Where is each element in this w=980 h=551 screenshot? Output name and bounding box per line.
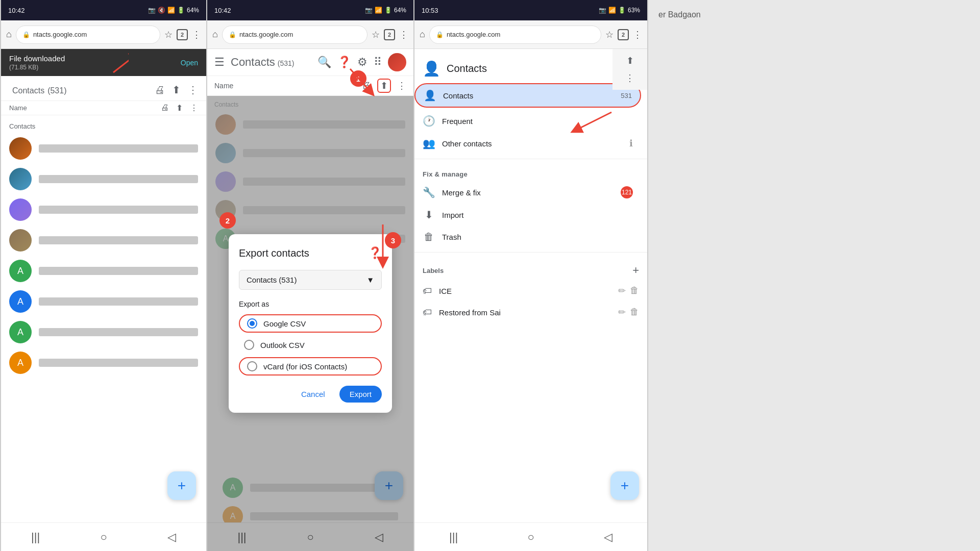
contact-name-6	[39, 297, 198, 306]
header-actions-1: 🖨 ⬆ ⋮	[155, 84, 198, 96]
home-nav-3[interactable]: ○	[527, 531, 534, 544]
col-export-icon[interactable]: ⬆	[176, 103, 183, 113]
home-icon-1[interactable]: ⌂	[6, 29, 12, 40]
recent-nav-3[interactable]: ◁	[604, 531, 612, 544]
url-box-1[interactable]: 🔒 ntacts.google.com	[16, 26, 160, 44]
right-more-icon[interactable]: ⋮	[625, 72, 634, 84]
sub-more-icon[interactable]: ⋮	[397, 80, 406, 91]
option-google-csv[interactable]: Google CSV	[239, 314, 382, 333]
right-toolbar: ⬆ ⋮	[612, 49, 647, 90]
tab-badge-3[interactable]: 2	[618, 29, 629, 40]
sidebar-item-frequent[interactable]: 🕐 Frequent	[414, 110, 641, 132]
home-icon-3[interactable]: ⌂	[420, 29, 425, 40]
option-outlook-csv[interactable]: Outlook CSV	[239, 336, 382, 354]
contact-name-3	[39, 206, 198, 214]
add-label-icon[interactable]: +	[632, 264, 639, 277]
download-banner: File downloaded (71.85 KB) Open	[1, 49, 206, 76]
label-ice[interactable]: 🏷 ICE ✏ 🗑	[414, 280, 647, 302]
contact-row-8[interactable]: A	[1, 347, 206, 378]
contact-row-1[interactable]	[1, 133, 206, 164]
sidebar-item-other-contacts[interactable]: 👥 Other contacts ℹ	[414, 132, 641, 155]
menu-icon-2[interactable]: ⋮	[399, 29, 408, 40]
sub-export-icon[interactable]: ⬆	[377, 79, 391, 93]
upload-icon-1[interactable]: ⬆	[172, 84, 181, 96]
contact-name-5	[39, 267, 198, 275]
col-more-icon[interactable]: ⋮	[190, 103, 198, 113]
tab-badge-1[interactable]: 2	[177, 29, 188, 40]
sub-header-2: Name 🖨 ⬆ ⋮	[207, 76, 413, 96]
tab-badge-2[interactable]: 2	[384, 29, 395, 40]
dialog-actions: Cancel Export	[239, 386, 382, 403]
star-icon-3[interactable]: ☆	[605, 29, 614, 40]
sub-print-icon[interactable]: 🖨	[362, 80, 371, 91]
sidebar-other-label: Other contacts	[442, 139, 622, 148]
contact-row-7[interactable]: A	[1, 317, 206, 347]
hamburger-icon[interactable]: ☰	[214, 56, 225, 69]
settings-icon[interactable]: ⚙	[357, 56, 368, 69]
export-button[interactable]: Export	[339, 386, 382, 403]
back-nav-1[interactable]: |||	[31, 531, 40, 544]
recent-nav-1[interactable]: ◁	[167, 531, 176, 544]
home-icon-2[interactable]: ⌂	[212, 29, 218, 40]
contact-row-3[interactable]	[1, 194, 206, 225]
apps-icon[interactable]: ⠿	[374, 56, 382, 69]
url-text-2: ntacts.google.com	[239, 31, 293, 38]
url-box-2[interactable]: 🔒 ntacts.google.com	[222, 26, 368, 44]
contact-name-8	[39, 359, 198, 367]
cancel-button[interactable]: Cancel	[293, 386, 333, 403]
fab-1[interactable]: +	[167, 471, 196, 500]
status-bar-1: 10:42 📷🔇📶🔋 📷 🔇 📶 📶 🔋 64% 64%	[1, 0, 206, 20]
sidebar-item-import[interactable]: ⬇ Import	[414, 204, 641, 226]
dialog-help-icon[interactable]: ❓	[368, 246, 382, 260]
dialog-select[interactable]: Contacts (531) ▼	[239, 270, 382, 290]
export-dialog: Export contacts ❓ Contacts (531) ▼ Expor…	[229, 234, 392, 413]
label-icon-ice: 🏷	[423, 286, 432, 296]
edit-label-ice[interactable]: ✏	[618, 285, 626, 296]
more-icon-1[interactable]: ⋮	[188, 84, 198, 96]
labels-title: Labels	[423, 267, 444, 274]
print-icon-1[interactable]: 🖨	[155, 84, 165, 96]
delete-label-ice[interactable]: 🗑	[630, 285, 639, 296]
partial-view: er Badgaon	[648, 0, 980, 34]
help-icon[interactable]: ❓	[337, 56, 351, 69]
back-nav-3[interactable]: |||	[449, 531, 458, 544]
contacts-brand-icon: 👤	[423, 60, 440, 77]
user-avatar-2[interactable]	[388, 53, 406, 71]
edit-label-restored[interactable]: ✏	[618, 307, 626, 318]
label-actions-ice: ✏ 🗑	[618, 285, 639, 296]
info-icon[interactable]: ℹ	[629, 138, 633, 149]
star-icon-2[interactable]: ☆	[372, 29, 380, 40]
dialog-title: Export contacts	[239, 247, 309, 259]
phone-2: 10:42 📷📶🔋 64% ⌂ 🔒 ntacts.google.com ☆ 2 …	[207, 0, 414, 551]
option-vcard[interactable]: vCard (for iOS Contacts)	[239, 357, 382, 375]
contact-row-2[interactable]	[1, 164, 206, 194]
label-restored[interactable]: 🏷 Restored from Sai ✏ 🗑	[414, 302, 647, 323]
contact-name-7	[39, 328, 198, 336]
fab-3[interactable]: +	[610, 471, 639, 500]
download-info: File downloaded (71.85 KB)	[9, 54, 65, 71]
menu-icon-3[interactable]: ⋮	[633, 29, 642, 40]
label-name-ice: ICE	[439, 287, 611, 295]
sidebar-item-contacts[interactable]: 👤 Contacts 531	[414, 83, 641, 108]
column-header-1: Name 🖨 ⬆ ⋮	[1, 101, 206, 115]
url-box-3[interactable]: 🔒 ntacts.google.com	[429, 26, 601, 44]
contact-row-4[interactable]	[1, 225, 206, 256]
search-icon-2[interactable]: 🔍	[317, 56, 331, 69]
contact-row-6[interactable]: A	[1, 286, 206, 317]
sidebar-item-trash[interactable]: 🗑 Trash	[414, 226, 641, 248]
col-print-icon[interactable]: 🖨	[161, 103, 169, 113]
star-icon-1[interactable]: ☆	[164, 29, 173, 40]
right-upload-icon[interactable]: ⬆	[626, 55, 634, 66]
filler-space: er Badgaon	[648, 0, 980, 551]
contact-row-5[interactable]: A	[1, 256, 206, 286]
toolbar-title-2: Contacts (531)	[231, 56, 311, 69]
delete-label-restored[interactable]: 🗑	[630, 307, 639, 318]
select-label: Contacts (531)	[247, 276, 297, 284]
menu-icon-1[interactable]: ⋮	[192, 29, 201, 40]
home-nav-1[interactable]: ○	[100, 531, 107, 544]
avatar-5: A	[9, 260, 32, 282]
sidebar-trash-label: Trash	[442, 233, 633, 241]
sidebar-item-merge[interactable]: 🔧 Merge & fix 121	[414, 181, 641, 204]
open-button[interactable]: Open	[181, 59, 198, 67]
sidebar-merge-label: Merge & fix	[442, 188, 614, 197]
